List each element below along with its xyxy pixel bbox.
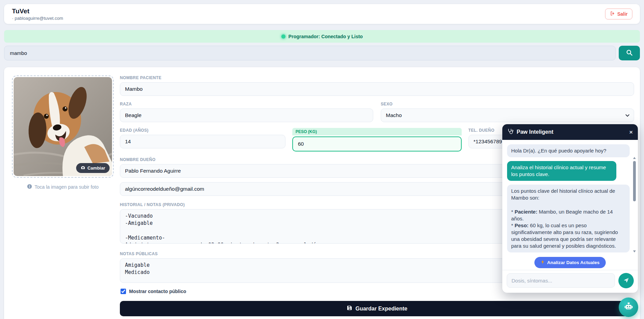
field-raza: RAZA bbox=[120, 102, 373, 122]
status-dot-icon bbox=[281, 34, 285, 39]
chat-messages: Hola Dr(a). ¿En qué puedo apoyarle hoy? … bbox=[502, 140, 638, 255]
send-button[interactable] bbox=[618, 273, 634, 288]
raza-input[interactable] bbox=[120, 108, 373, 122]
field-nombre-paciente: NOMBRE PACIENTE bbox=[120, 75, 634, 96]
chat-panel: Paw Inteligent × Hola Dr(a). ¿En qué pue… bbox=[502, 124, 638, 293]
raza-label: RAZA bbox=[120, 102, 373, 106]
chat-input[interactable] bbox=[507, 273, 615, 288]
camera-icon bbox=[81, 165, 85, 171]
row-raza-sexo: RAZA SEXO Macho bbox=[120, 102, 634, 122]
save-label: Guardar Expediente bbox=[355, 306, 407, 312]
sexo-label: SEXO bbox=[381, 102, 634, 106]
field-peso: PESO (KG) bbox=[292, 128, 461, 151]
peso-input[interactable] bbox=[292, 136, 461, 151]
sexo-select[interactable]: Macho bbox=[381, 108, 634, 122]
save-icon bbox=[347, 305, 352, 312]
change-photo-label: Cambiar bbox=[87, 165, 105, 171]
app-header: TuVet · pabloaguirre@tuvet.com Salir bbox=[4, 4, 640, 24]
scrollbar-thumb[interactable] bbox=[633, 161, 636, 201]
nombre-paciente-input[interactable] bbox=[120, 82, 634, 96]
status-banner: Programador: Conectado y Listo bbox=[4, 30, 640, 43]
field-sexo: SEXO Macho bbox=[381, 102, 634, 122]
stethoscope-icon bbox=[507, 128, 514, 136]
chat-title-text: Paw Inteligent bbox=[517, 129, 554, 135]
analyze-data-label: Analizar Datos Actuales bbox=[547, 260, 599, 265]
chat-header: Paw Inteligent × bbox=[502, 124, 638, 140]
chevron-down-icon bbox=[625, 113, 630, 119]
analyze-data-button[interactable]: Analizar Datos Actuales bbox=[534, 257, 605, 268]
chat-scrollbar bbox=[633, 157, 636, 252]
chat-message-greeting: Hola Dr(a). ¿En qué puedo apoyarle hoy? bbox=[507, 144, 630, 157]
lightning-icon bbox=[541, 260, 545, 265]
chat-analyze-row: Analizar Datos Actuales bbox=[502, 255, 638, 270]
chat-message-analysis: Los puntos clave del historial clínico a… bbox=[507, 185, 630, 252]
field-edad: EDAD (AÑOS) bbox=[120, 128, 285, 151]
status-banner-text: Programador: Conectado y Listo bbox=[289, 34, 363, 39]
chat-title: Paw Inteligent bbox=[507, 128, 554, 136]
show-contact-label: Mostrar contacto público bbox=[129, 289, 186, 294]
pet-photo[interactable]: Cambiar bbox=[12, 75, 114, 178]
user-email: · pabloaguirre@tuvet.com bbox=[12, 16, 63, 21]
search-bar bbox=[4, 46, 640, 60]
logout-button[interactable]: Salir bbox=[605, 9, 632, 19]
scroll-down-arrow[interactable] bbox=[633, 250, 636, 252]
logout-label: Salir bbox=[617, 11, 628, 17]
photo-hint-text: Toca la imagen para subir foto bbox=[34, 184, 99, 190]
app-title: TuVet bbox=[12, 8, 63, 15]
photo-hint: Toca la imagen para subir foto bbox=[12, 184, 114, 190]
pet-photo-image bbox=[14, 77, 112, 176]
robot-icon bbox=[624, 302, 634, 313]
save-record-button[interactable]: Guardar Expediente bbox=[120, 301, 634, 316]
peso-label: PESO (KG) bbox=[292, 128, 461, 135]
nombre-paciente-label: NOMBRE PACIENTE bbox=[120, 75, 634, 80]
send-icon bbox=[623, 277, 630, 285]
scroll-up-arrow[interactable] bbox=[633, 157, 636, 159]
info-icon bbox=[27, 184, 32, 190]
photo-column: Cambiar Toca la imagen para subir foto bbox=[12, 75, 114, 190]
show-contact-checkbox[interactable] bbox=[121, 289, 126, 294]
search-button[interactable] bbox=[619, 46, 640, 60]
edad-label: EDAD (AÑOS) bbox=[120, 128, 285, 133]
chat-message-user: Analiza el historial clínico actual y re… bbox=[507, 161, 616, 181]
close-icon[interactable]: × bbox=[629, 129, 633, 135]
logout-icon bbox=[610, 11, 615, 17]
edad-input[interactable] bbox=[120, 135, 285, 148]
chat-robot-button[interactable] bbox=[619, 298, 638, 317]
change-photo-button[interactable]: Cambiar bbox=[76, 163, 110, 173]
search-input[interactable] bbox=[4, 46, 616, 60]
app-identity: TuVet · pabloaguirre@tuvet.com bbox=[12, 8, 63, 21]
chat-input-row bbox=[502, 270, 638, 293]
search-icon bbox=[626, 49, 633, 57]
